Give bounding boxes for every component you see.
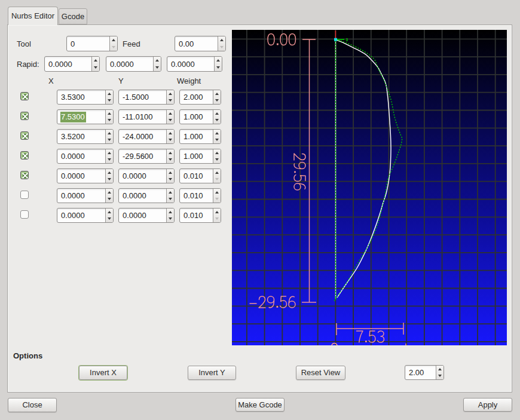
svg-text:3: 3 — [346, 38, 348, 42]
